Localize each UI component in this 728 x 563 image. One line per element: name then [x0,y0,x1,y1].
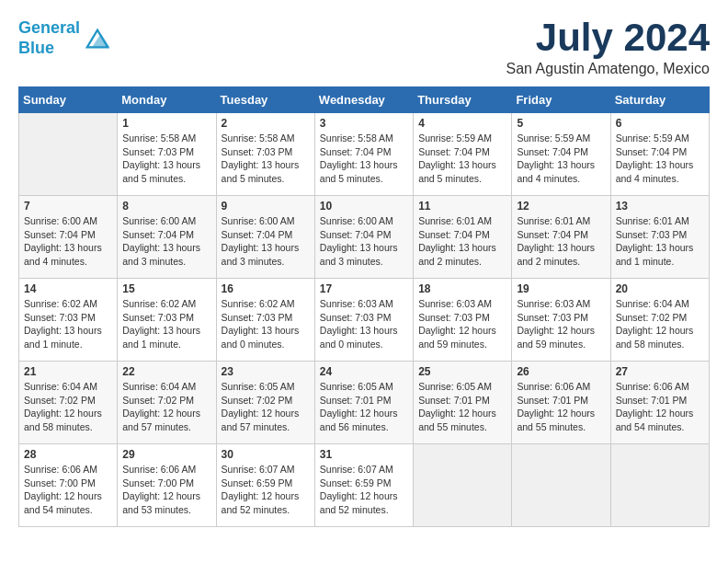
day-number: 26 [517,365,605,378]
day-info: Sunrise: 5:58 AM Sunset: 7:04 PM Dayligh… [320,132,408,186]
day-number: 8 [122,200,210,213]
day-info: Sunrise: 6:02 AM Sunset: 7:03 PM Dayligh… [222,297,310,351]
day-info: Sunrise: 6:02 AM Sunset: 7:03 PM Dayligh… [24,297,112,351]
day-number: 31 [320,448,408,461]
weekday-header-thursday: Thursday [414,87,512,113]
calendar-cell: 9Sunrise: 6:00 AM Sunset: 7:04 PM Daylig… [216,196,314,279]
calendar-cell: 13Sunrise: 6:01 AM Sunset: 7:03 PM Dayli… [610,196,709,279]
weekday-header-sunday: Sunday [19,87,118,113]
calendar-table: SundayMondayTuesdayWednesdayThursdayFrid… [18,86,710,527]
day-info: Sunrise: 6:06 AM Sunset: 7:00 PM Dayligh… [122,463,210,517]
calendar-cell [610,444,709,527]
day-number: 6 [616,117,704,130]
location: San Agustin Amatengo, Mexico [506,61,710,77]
calendar-cell: 23Sunrise: 6:05 AM Sunset: 7:02 PM Dayli… [216,362,314,444]
weekday-header-monday: Monday [118,87,216,113]
logo-icon [84,25,111,52]
day-number: 20 [616,282,704,295]
calendar-cell: 5Sunrise: 5:59 AM Sunset: 7:04 PM Daylig… [512,113,610,196]
weekday-header-friday: Friday [512,87,610,113]
calendar-cell: 2Sunrise: 5:58 AM Sunset: 7:03 PM Daylig… [216,113,314,196]
day-number: 13 [616,200,704,213]
calendar-cell: 10Sunrise: 6:00 AM Sunset: 7:04 PM Dayli… [314,196,413,279]
day-info: Sunrise: 6:00 AM Sunset: 7:04 PM Dayligh… [122,214,210,269]
day-number: 28 [24,448,112,461]
day-info: Sunrise: 6:06 AM Sunset: 7:01 PM Dayligh… [517,380,605,434]
calendar-cell [19,113,118,196]
day-info: Sunrise: 6:01 AM Sunset: 7:04 PM Dayligh… [517,214,605,269]
title-section: July 2024 San Agustin Amatengo, Mexico [506,18,710,77]
day-number: 27 [616,365,704,378]
day-info: Sunrise: 6:05 AM Sunset: 7:01 PM Dayligh… [418,380,506,434]
day-info: Sunrise: 6:03 AM Sunset: 7:03 PM Dayligh… [418,297,506,351]
day-info: Sunrise: 6:06 AM Sunset: 7:01 PM Dayligh… [616,380,704,434]
calendar-cell: 29Sunrise: 6:06 AM Sunset: 7:00 PM Dayli… [118,444,216,527]
day-info: Sunrise: 6:00 AM Sunset: 7:04 PM Dayligh… [222,214,310,269]
calendar-cell: 3Sunrise: 5:58 AM Sunset: 7:04 PM Daylig… [314,113,413,196]
calendar-cell: 22Sunrise: 6:04 AM Sunset: 7:02 PM Dayli… [118,362,216,444]
day-info: Sunrise: 6:00 AM Sunset: 7:04 PM Dayligh… [320,214,408,269]
day-number: 1 [122,117,210,130]
day-number: 15 [122,282,210,295]
calendar-cell [512,444,610,527]
calendar-cell: 7Sunrise: 6:00 AM Sunset: 7:04 PM Daylig… [19,196,118,279]
calendar-week-row: 1Sunrise: 5:58 AM Sunset: 7:03 PM Daylig… [19,113,710,196]
day-number: 17 [320,282,408,295]
day-number: 11 [418,200,506,213]
day-info: Sunrise: 6:02 AM Sunset: 7:03 PM Dayligh… [122,297,210,351]
calendar-cell: 16Sunrise: 6:02 AM Sunset: 7:03 PM Dayli… [216,279,314,362]
calendar-cell: 1Sunrise: 5:58 AM Sunset: 7:03 PM Daylig… [118,113,216,196]
day-info: Sunrise: 6:01 AM Sunset: 7:04 PM Dayligh… [418,214,506,269]
weekday-header-saturday: Saturday [610,87,709,113]
calendar-week-row: 28Sunrise: 6:06 AM Sunset: 7:00 PM Dayli… [19,444,710,527]
calendar-cell: 20Sunrise: 6:04 AM Sunset: 7:02 PM Dayli… [610,279,709,362]
page-header: GeneralBlue July 2024 San Agustin Amaten… [18,18,710,77]
day-info: Sunrise: 5:59 AM Sunset: 7:04 PM Dayligh… [616,132,704,186]
day-number: 29 [122,448,210,461]
calendar-cell: 17Sunrise: 6:03 AM Sunset: 7:03 PM Dayli… [314,279,413,362]
day-number: 24 [320,365,408,378]
calendar-cell: 28Sunrise: 6:06 AM Sunset: 7:00 PM Dayli… [19,444,118,527]
day-number: 5 [517,117,605,130]
weekday-header-wednesday: Wednesday [314,87,413,113]
calendar-cell: 27Sunrise: 6:06 AM Sunset: 7:01 PM Dayli… [610,362,709,444]
day-number: 18 [418,282,506,295]
day-number: 25 [418,365,506,378]
weekday-header-tuesday: Tuesday [216,87,314,113]
logo: GeneralBlue [18,18,111,58]
calendar-cell: 31Sunrise: 6:07 AM Sunset: 6:59 PM Dayli… [314,444,413,527]
day-number: 9 [222,200,310,213]
calendar-cell: 26Sunrise: 6:06 AM Sunset: 7:01 PM Dayli… [512,362,610,444]
day-info: Sunrise: 6:05 AM Sunset: 7:02 PM Dayligh… [222,380,310,434]
day-info: Sunrise: 6:04 AM Sunset: 7:02 PM Dayligh… [24,380,112,434]
day-number: 22 [122,365,210,378]
day-number: 21 [24,365,112,378]
calendar-cell: 21Sunrise: 6:04 AM Sunset: 7:02 PM Dayli… [19,362,118,444]
day-number: 2 [222,117,310,130]
logo-text: GeneralBlue [18,18,80,58]
month-title: July 2024 [506,18,710,57]
day-number: 4 [418,117,506,130]
calendar-cell: 15Sunrise: 6:02 AM Sunset: 7:03 PM Dayli… [118,279,216,362]
day-info: Sunrise: 5:59 AM Sunset: 7:04 PM Dayligh… [418,132,506,186]
day-number: 23 [222,365,310,378]
calendar-body: 1Sunrise: 5:58 AM Sunset: 7:03 PM Daylig… [19,113,710,527]
day-info: Sunrise: 6:01 AM Sunset: 7:03 PM Dayligh… [616,214,704,269]
calendar-cell: 25Sunrise: 6:05 AM Sunset: 7:01 PM Dayli… [414,362,512,444]
calendar-header: SundayMondayTuesdayWednesdayThursdayFrid… [19,87,710,113]
calendar-cell: 30Sunrise: 6:07 AM Sunset: 6:59 PM Dayli… [216,444,314,527]
calendar-cell: 8Sunrise: 6:00 AM Sunset: 7:04 PM Daylig… [118,196,216,279]
day-number: 14 [24,282,112,295]
day-info: Sunrise: 6:00 AM Sunset: 7:04 PM Dayligh… [24,214,112,269]
weekday-header-row: SundayMondayTuesdayWednesdayThursdayFrid… [19,87,710,113]
calendar-week-row: 14Sunrise: 6:02 AM Sunset: 7:03 PM Dayli… [19,279,710,362]
day-info: Sunrise: 5:59 AM Sunset: 7:04 PM Dayligh… [517,132,605,186]
day-info: Sunrise: 6:07 AM Sunset: 6:59 PM Dayligh… [222,463,310,517]
calendar-cell: 11Sunrise: 6:01 AM Sunset: 7:04 PM Dayli… [414,196,512,279]
calendar-cell: 24Sunrise: 6:05 AM Sunset: 7:01 PM Dayli… [314,362,413,444]
day-number: 30 [222,448,310,461]
calendar-cell: 18Sunrise: 6:03 AM Sunset: 7:03 PM Dayli… [414,279,512,362]
day-info: Sunrise: 6:04 AM Sunset: 7:02 PM Dayligh… [122,380,210,434]
day-number: 16 [222,282,310,295]
day-info: Sunrise: 6:03 AM Sunset: 7:03 PM Dayligh… [517,297,605,351]
